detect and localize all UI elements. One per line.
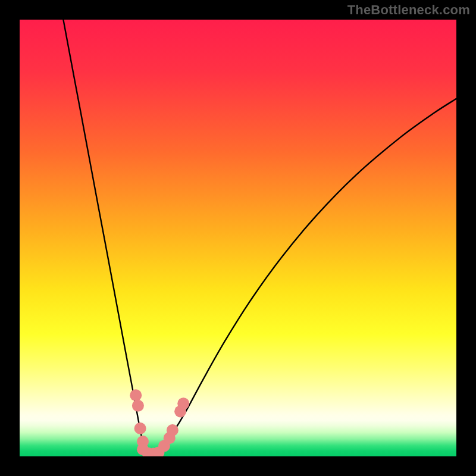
marker-point bbox=[134, 422, 146, 434]
marker-layer bbox=[20, 20, 456, 456]
marker-point bbox=[167, 424, 178, 436]
plot-area bbox=[20, 20, 456, 456]
outer-frame: TheBottleneck.com bbox=[0, 0, 476, 476]
marker-point bbox=[132, 400, 144, 412]
watermark-text: TheBottleneck.com bbox=[347, 2, 470, 18]
marker-point bbox=[130, 389, 142, 401]
marker-point bbox=[177, 397, 189, 409]
